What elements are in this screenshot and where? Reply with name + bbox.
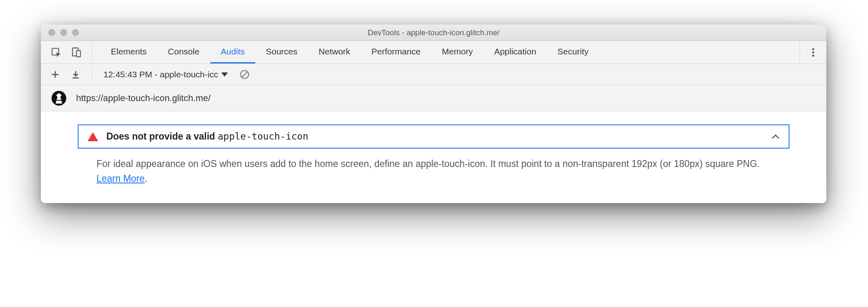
learn-more-link[interactable]: Learn More bbox=[97, 173, 145, 184]
window-title: DevTools - apple-touch-icon.glitch.me/ bbox=[41, 28, 826, 37]
toggle-device-toolbar-icon[interactable] bbox=[71, 47, 82, 58]
close-window-button[interactable] bbox=[48, 29, 55, 36]
svg-point-4 bbox=[812, 51, 814, 53]
zoom-window-button[interactable] bbox=[72, 29, 79, 36]
lighthouse-logo-icon bbox=[52, 91, 66, 106]
inspect-element-icon[interactable] bbox=[51, 47, 61, 58]
tab-elements[interactable]: Elements bbox=[100, 41, 157, 63]
tab-memory[interactable]: Memory bbox=[431, 41, 483, 63]
report-url-row: https://apple-touch-icon.glitch.me/ bbox=[41, 85, 826, 111]
report-selector[interactable]: 12:45:43 PM - apple-touch-icc bbox=[103, 70, 228, 79]
collapse-chevron-icon[interactable] bbox=[771, 134, 780, 140]
download-report-icon[interactable] bbox=[71, 70, 80, 79]
tabs-list: ElementsConsoleAuditsSourcesNetworkPerfo… bbox=[92, 41, 599, 63]
audit-title-text: Does not provide a valid bbox=[106, 131, 218, 142]
new-audit-icon[interactable] bbox=[51, 70, 60, 79]
svg-rect-2 bbox=[76, 50, 81, 56]
tab-audits[interactable]: Audits bbox=[210, 41, 255, 63]
devtools-tabs-row: ElementsConsoleAuditsSourcesNetworkPerfo… bbox=[41, 41, 826, 64]
toolbar-separator bbox=[92, 68, 92, 81]
svg-line-12 bbox=[242, 72, 247, 77]
tab-performance[interactable]: Performance bbox=[361, 41, 431, 63]
tab-security[interactable]: Security bbox=[547, 41, 599, 63]
more-options-icon[interactable] bbox=[812, 47, 815, 57]
svg-rect-16 bbox=[56, 100, 62, 101]
devtools-window: DevTools - apple-touch-icon.glitch.me/ E… bbox=[41, 25, 826, 203]
audits-toolbar: 12:45:43 PM - apple-touch-icc bbox=[41, 64, 826, 85]
svg-rect-14 bbox=[57, 96, 61, 99]
clear-report-icon[interactable] bbox=[239, 69, 250, 80]
audit-desc-text: For ideal appearance on iOS when users a… bbox=[97, 158, 760, 169]
tabs-leading-buttons bbox=[41, 41, 92, 63]
report-selector-label: 12:45:43 PM - apple-touch-icc bbox=[103, 70, 218, 79]
audit-title-code: apple-touch-icon bbox=[218, 131, 308, 142]
svg-marker-15 bbox=[56, 99, 62, 104]
tab-network[interactable]: Network bbox=[308, 41, 361, 63]
tab-application[interactable]: Application bbox=[483, 41, 547, 63]
svg-marker-10 bbox=[221, 72, 228, 77]
chevron-down-icon bbox=[221, 72, 228, 77]
minimize-window-button[interactable] bbox=[60, 29, 67, 36]
audit-item-header[interactable]: Does not provide a valid apple-touch-ico… bbox=[78, 124, 789, 149]
fail-triangle-icon bbox=[88, 132, 98, 141]
tab-console[interactable]: Console bbox=[157, 41, 210, 63]
svg-marker-13 bbox=[56, 93, 61, 96]
audit-desc-suffix: . bbox=[145, 173, 147, 184]
traffic-lights bbox=[41, 29, 79, 36]
audit-description: For ideal appearance on iOS when users a… bbox=[78, 149, 789, 189]
tabs-trailing bbox=[800, 41, 826, 63]
audit-body: Does not provide a valid apple-touch-ico… bbox=[41, 111, 826, 203]
svg-point-5 bbox=[812, 54, 814, 56]
svg-point-3 bbox=[812, 48, 814, 50]
tab-sources[interactable]: Sources bbox=[255, 41, 308, 63]
report-url: https://apple-touch-icon.glitch.me/ bbox=[76, 93, 211, 104]
audit-title: Does not provide a valid apple-touch-ico… bbox=[106, 131, 308, 142]
window-titlebar: DevTools - apple-touch-icon.glitch.me/ bbox=[41, 25, 826, 41]
